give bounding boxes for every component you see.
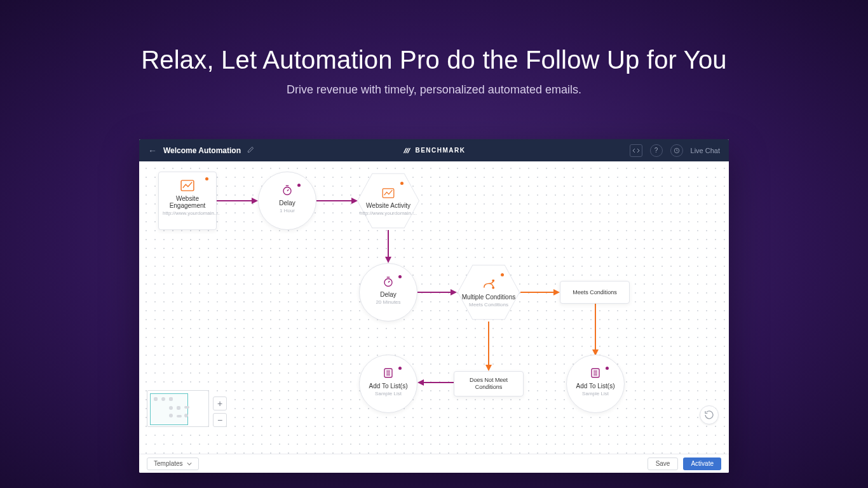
status-dot-icon — [398, 367, 402, 370]
status-dot-icon — [398, 275, 402, 278]
help-icon[interactable]: ? — [650, 144, 663, 157]
back-arrow-icon[interactable]: ← — [148, 146, 157, 156]
node-add-to-list-2[interactable]: Add To List(s) Sample List — [566, 355, 625, 413]
svg-point-18 — [492, 287, 494, 288]
node-title: Add To List(s) — [576, 383, 615, 390]
node-add-to-list-1[interactable]: Add To List(s) Sample List — [359, 355, 417, 413]
status-dot-icon — [501, 273, 504, 276]
svg-point-17 — [492, 280, 494, 281]
automation-title: Welcome Automation — [163, 146, 241, 155]
brand-text: BENCHMARK — [415, 147, 465, 154]
node-subtitle: 1 Hour — [280, 208, 295, 214]
status-dot-icon — [297, 184, 301, 187]
hero-subtitle: Drive revenue with timely, personalized … — [0, 83, 868, 97]
svg-line-11 — [287, 189, 288, 191]
edit-pencil-icon[interactable] — [247, 146, 254, 154]
node-title: Website Engagement — [163, 195, 212, 209]
stopwatch-icon — [281, 184, 293, 196]
branch-icon — [482, 280, 495, 290]
chart-icon — [381, 188, 395, 198]
node-title: Meets Conditions — [573, 289, 617, 295]
app-window: ← Welcome Automation BENCHMARK ? Live Ch… — [139, 139, 729, 473]
status-dot-icon — [400, 182, 403, 185]
zoom-controls: + − — [213, 396, 227, 427]
zoom-in-button[interactable]: + — [213, 396, 227, 410]
brand-logo: BENCHMARK — [402, 146, 465, 155]
header-right: ? Live Chat — [630, 144, 729, 157]
node-subtitle: http://www.yourdomain.... — [360, 210, 417, 216]
node-subtitle: Meets Conditions — [469, 302, 508, 308]
zoom-out-button[interactable]: − — [213, 413, 227, 427]
chevron-down-icon — [187, 461, 192, 466]
live-chat-link[interactable]: Live Chat — [691, 147, 720, 154]
node-meets-conditions[interactable]: Meets Conditions — [560, 281, 630, 304]
node-title: Does Not Meet Conditions — [457, 377, 520, 391]
benchmark-logo-icon — [402, 146, 411, 155]
code-icon[interactable] — [630, 144, 642, 157]
chart-icon — [180, 180, 194, 191]
footer-right: Save Activate — [648, 458, 721, 470]
node-title: Delay — [279, 200, 295, 207]
connectors — [139, 161, 729, 454]
templates-label: Templates — [154, 460, 183, 467]
hero-title: Relax, Let Automation Pro do the Follow … — [0, 0, 868, 74]
status-dot-icon — [205, 177, 208, 180]
svg-line-15 — [388, 281, 390, 282]
node-title: Delay — [380, 291, 397, 298]
stopwatch-icon — [383, 276, 394, 287]
node-title: Website Activity — [366, 202, 410, 209]
node-title: Multiple Conditions — [462, 294, 516, 301]
node-delay-2[interactable]: Delay 20 Minutes — [359, 263, 417, 322]
node-subtitle: Sample List — [375, 391, 402, 396]
node-website-engagement[interactable]: Website Engagement http://www.yourdomain… — [158, 172, 217, 230]
node-does-not-meet[interactable]: Does Not Meet Conditions — [454, 371, 524, 396]
undo-button[interactable] — [700, 405, 719, 424]
automation-canvas[interactable]: Website Engagement http://www.yourdomain… — [139, 161, 729, 454]
node-title: Add To List(s) — [369, 383, 408, 390]
history-icon[interactable] — [670, 144, 683, 157]
node-delay-1[interactable]: Delay 1 Hour — [258, 172, 316, 230]
node-website-activity[interactable]: Website Activity http://www.yourdomain..… — [356, 172, 420, 230]
status-dot-icon — [606, 367, 609, 370]
list-icon — [590, 367, 601, 379]
node-subtitle: Sample List — [582, 391, 609, 396]
node-subtitle: http://www.yourdomain.... — [163, 210, 212, 216]
header-left: ← Welcome Automation — [139, 146, 254, 156]
minimap[interactable] — [147, 390, 209, 427]
templates-dropdown[interactable]: Templates — [147, 458, 199, 470]
list-icon — [383, 367, 394, 379]
node-multiple-conditions[interactable]: Multiple Conditions Meets Conditions — [457, 263, 520, 322]
activate-button[interactable]: Activate — [683, 458, 721, 470]
app-header: ← Welcome Automation BENCHMARK ? Live Ch… — [139, 139, 729, 161]
minimap-group: + − — [147, 390, 227, 427]
save-button[interactable]: Save — [648, 458, 679, 470]
node-subtitle: 20 Minutes — [376, 299, 400, 305]
app-footer: Templates Save Activate — [139, 454, 729, 473]
